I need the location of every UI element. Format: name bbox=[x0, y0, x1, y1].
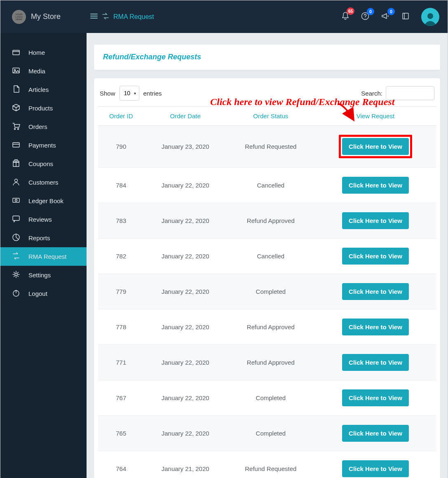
table-cell: Click Here to View bbox=[315, 203, 436, 239]
sidebar-item-reports[interactable]: Reports bbox=[0, 229, 87, 247]
view-request-button[interactable]: Click Here to View bbox=[342, 460, 409, 477]
table-cell: January 21, 2020 bbox=[144, 451, 227, 478]
sidebar-item-label: Products bbox=[28, 105, 53, 112]
sidebar-item-label: Orders bbox=[28, 123, 47, 130]
entries-select[interactable]: 10 bbox=[120, 86, 139, 101]
sidebar-item-label: Payments bbox=[28, 142, 56, 149]
box-icon bbox=[12, 103, 20, 113]
show-label: Show bbox=[100, 90, 115, 97]
svg-rect-3 bbox=[13, 50, 19, 55]
table-cell: Completed bbox=[227, 416, 315, 451]
table-row: 783January 22, 2020Refund ApprovedClick … bbox=[98, 203, 436, 239]
table-cell: Refund Approved bbox=[227, 203, 315, 239]
table-cell: 771 bbox=[98, 345, 144, 380]
view-request-button[interactable]: Click Here to View bbox=[342, 177, 409, 194]
view-request-button[interactable]: Click Here to View bbox=[342, 248, 409, 265]
notifications-icon[interactable]: 65 bbox=[341, 12, 349, 22]
table-cell: Click Here to View bbox=[315, 126, 436, 168]
file-icon bbox=[12, 85, 20, 94]
user-icon bbox=[12, 178, 20, 187]
svg-point-12 bbox=[15, 199, 17, 202]
sidebar-item-label: Media bbox=[28, 68, 45, 75]
svg-point-5 bbox=[14, 70, 16, 71]
view-request-button[interactable]: Click Here to View bbox=[342, 425, 409, 442]
data-table-card: Show 10 entries Search: Click here to vi… bbox=[94, 78, 440, 478]
table-cell: January 22, 2020 bbox=[144, 203, 227, 239]
cart-icon bbox=[12, 122, 20, 131]
sidebar-item-label: Coupons bbox=[28, 160, 53, 167]
help-badge: 0 bbox=[367, 8, 374, 15]
announcements-icon[interactable]: 0 bbox=[381, 12, 390, 21]
table-cell: Refund Approved bbox=[227, 345, 315, 380]
column-header[interactable]: Order ID bbox=[98, 107, 144, 126]
help-icon[interactable]: 0 bbox=[361, 12, 369, 21]
main-content: Refund/Exchange Requests Show 10 entries… bbox=[87, 33, 448, 478]
sidebar-item-products[interactable]: Products bbox=[0, 99, 87, 117]
menu-toggle-icon[interactable] bbox=[90, 13, 98, 20]
table-cell: 778 bbox=[98, 309, 144, 345]
svg-point-15 bbox=[15, 273, 17, 276]
table-row: 764January 21, 2020Refund RequestedClick… bbox=[98, 451, 436, 478]
column-header[interactable]: View Request bbox=[315, 107, 436, 126]
money-icon bbox=[12, 196, 20, 206]
table-cell: January 22, 2020 bbox=[144, 380, 227, 416]
sidebar-item-reviews[interactable]: Reviews bbox=[0, 210, 87, 229]
sidebar-item-home[interactable]: Home bbox=[0, 43, 87, 62]
breadcrumb-area: RMA Request bbox=[90, 13, 154, 21]
view-request-button[interactable]: Click Here to View bbox=[342, 283, 409, 300]
svg-point-7 bbox=[18, 129, 19, 130]
sidebar-item-rma-request[interactable]: RMA Request bbox=[0, 247, 87, 266]
table-cell: 767 bbox=[98, 380, 144, 416]
table-row: 778January 22, 2020Refund ApprovedClick … bbox=[98, 309, 436, 345]
table-cell: Click Here to View bbox=[315, 416, 436, 451]
sidebar-item-orders[interactable]: Orders bbox=[0, 117, 87, 136]
table-row: 782January 22, 2020CancelledClick Here t… bbox=[98, 239, 436, 274]
table-cell: Click Here to View bbox=[315, 239, 436, 274]
column-header[interactable]: Order Date bbox=[144, 107, 227, 126]
store-logo: YOUR LOGO HERE bbox=[12, 10, 26, 24]
table-cell: Click Here to View bbox=[315, 168, 436, 203]
user-avatar[interactable] bbox=[421, 8, 439, 26]
docs-icon[interactable] bbox=[401, 12, 410, 21]
view-request-button[interactable]: Click Here to View bbox=[342, 138, 409, 155]
view-request-button[interactable]: Click Here to View bbox=[342, 389, 409, 406]
view-request-button[interactable]: Click Here to View bbox=[342, 354, 409, 371]
page-title: Refund/Exchange Requests bbox=[94, 45, 440, 70]
sidebar-item-logout[interactable]: Logout bbox=[0, 284, 87, 303]
sidebar-item-label: Reports bbox=[28, 234, 50, 241]
top-actions: 65 0 0 bbox=[341, 8, 439, 26]
svg-rect-1 bbox=[403, 13, 408, 19]
gear-icon bbox=[12, 270, 20, 280]
sidebar-item-articles[interactable]: Articles bbox=[0, 80, 87, 99]
length-control: Show 10 entries bbox=[100, 86, 162, 101]
chat-icon bbox=[12, 215, 20, 224]
view-request-button[interactable]: Click Here to View bbox=[342, 212, 409, 229]
search-input[interactable] bbox=[386, 86, 434, 100]
view-request-button[interactable]: Click Here to View bbox=[342, 319, 409, 335]
sidebar-item-coupons[interactable]: Coupons bbox=[0, 155, 87, 173]
table-cell: Cancelled bbox=[227, 239, 315, 274]
sidebar-item-media[interactable]: Media bbox=[0, 62, 87, 80]
table-cell: January 22, 2020 bbox=[144, 239, 227, 274]
table-cell: Click Here to View bbox=[315, 380, 436, 416]
sidebar-item-customers[interactable]: Customers bbox=[0, 173, 87, 192]
datatable-controls: Show 10 entries Search: bbox=[98, 86, 436, 106]
table-row: 765January 22, 2020CompletedClick Here t… bbox=[98, 416, 436, 451]
table-cell: 790 bbox=[98, 126, 144, 168]
sidebar: HomeMediaArticlesProductsOrdersPaymentsC… bbox=[0, 33, 87, 478]
sidebar-item-payments[interactable]: Payments bbox=[0, 136, 87, 155]
top-bar: YOUR LOGO HERE My Store RMA Request 65 0 bbox=[0, 0, 448, 33]
table-row: 779January 22, 2020CompletedClick Here t… bbox=[98, 274, 436, 309]
power-icon bbox=[12, 289, 20, 298]
svg-point-6 bbox=[14, 129, 16, 130]
sidebar-item-label: Reviews bbox=[28, 216, 52, 223]
notifications-badge: 65 bbox=[347, 7, 354, 15]
refresh-icon[interactable] bbox=[102, 13, 109, 21]
sidebar-item-ledger-book[interactable]: Ledger Book bbox=[0, 192, 87, 210]
table-row: 790January 23, 2020Refund RequestedClick… bbox=[98, 126, 436, 168]
table-cell: January 22, 2020 bbox=[144, 416, 227, 451]
breadcrumb[interactable]: RMA Request bbox=[113, 13, 154, 21]
sidebar-item-settings[interactable]: Settings bbox=[0, 266, 87, 284]
column-header[interactable]: Order Status bbox=[227, 107, 315, 126]
table-row: 771January 22, 2020Refund ApprovedClick … bbox=[98, 345, 436, 380]
